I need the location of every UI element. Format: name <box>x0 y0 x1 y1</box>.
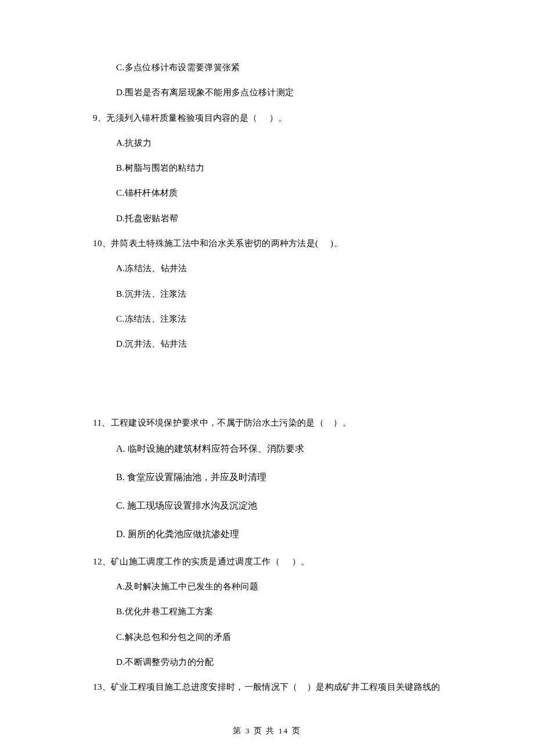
q9-option-c: C.锚杆杆体材质 <box>116 188 453 197</box>
q11-stem: 11、工程建设环境保护要求中，不属于防治水土污染的是（ ）。 <box>93 418 453 427</box>
q10-option-c: C.冻结法、注浆法 <box>116 314 453 323</box>
prefix-option-d: D.围岩是否有离层现象不能用多点位移计测定 <box>116 88 453 96</box>
section-gap <box>81 365 453 418</box>
q10-option-a: A.冻结法、钻井法 <box>116 264 453 272</box>
q10-option-b: B.沉井法、注浆法 <box>116 289 453 298</box>
q10-stem: 10、井筒表土特殊施工法中和治水关系密切的两种方法是( )。 <box>93 239 453 247</box>
q11-option-c: C. 施工现场应设置排水沟及沉淀池 <box>116 500 453 512</box>
q12-option-a: A.及时解决施工中已发生的各种问题 <box>116 582 453 591</box>
prefix-option-c: C.多点位移计布设需要弹簧张紧 <box>116 63 453 71</box>
q10-option-d: D.沉井法、钻井法 <box>116 339 453 348</box>
q11-option-a: A. 临时设施的建筑材料应符合环保、消防要求 <box>116 443 453 455</box>
q9-stem: 9、无须列入锚杆质量检验项目内容的是（ ）。 <box>93 113 453 122</box>
q9-option-a: A.抗拔力 <box>116 138 453 147</box>
q13-stem: 13、矿业工程项目施工总进度安排时，一般情况下（ ）是构成矿井工程项目关键路线的 <box>93 682 453 691</box>
page-footer: 第 3 页 共 14 页 <box>0 726 534 736</box>
q12-stem: 12、矿山施工调度工作的实质是通过调度工作（ ）。 <box>93 557 453 566</box>
page: C.多点位移计布设需要弹簧张紧 D.围岩是否有离层现象不能用多点位移计测定 9、… <box>0 0 534 756</box>
q11-option-b: B. 食堂应设置隔油池，并应及时清理 <box>116 471 453 484</box>
q12-option-c: C.解决总包和分包之间的矛盾 <box>116 632 453 641</box>
q9-option-b: B.树脂与围岩的粘结力 <box>116 163 453 172</box>
q12-option-d: D.不断调整劳动力的分配 <box>116 657 453 666</box>
q12-option-b: B.优化井巷工程施工方案 <box>116 607 453 615</box>
q11-option-d: D. 厕所的化粪池应做抗渗处理 <box>116 528 453 541</box>
q9-option-d: D.托盘密贴岩帮 <box>116 214 453 222</box>
